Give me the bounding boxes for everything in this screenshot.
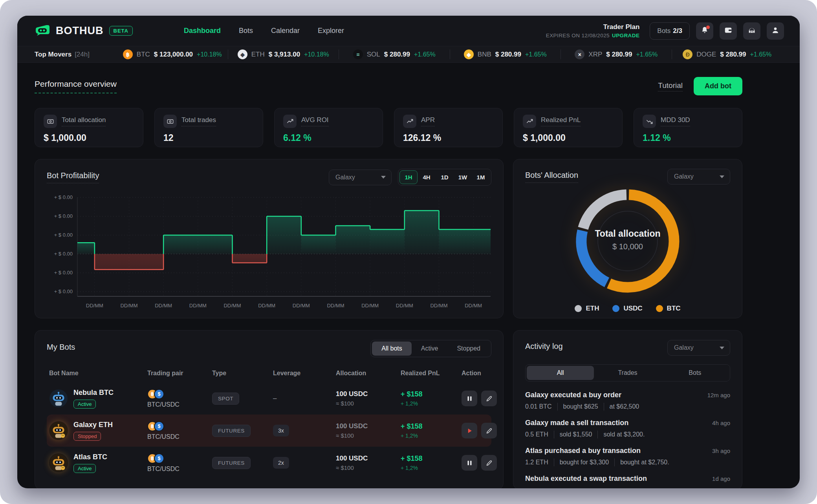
coin-change: +10.18% (304, 51, 329, 58)
edit-button[interactable] (481, 455, 497, 471)
legend-item-eth: ETH (575, 305, 599, 312)
nav-item-bots[interactable]: Bots (239, 27, 253, 35)
pause-button[interactable] (462, 455, 477, 471)
bot-row-atlas-btc[interactable]: Atlas BTCActive฿$BTC/USDCFUTURES2x100 US… (47, 447, 491, 479)
bots-tab-active[interactable]: Active (412, 341, 448, 356)
type-cell: SPOT (212, 393, 273, 405)
pnl-percent: + 1,2% (401, 465, 462, 471)
allocation-value: 100 USDC (336, 422, 401, 430)
sol-coin-icon: ≡ (353, 49, 363, 59)
upgrade-link[interactable]: UPGRADE (612, 33, 639, 38)
activity-tab-all[interactable]: All (527, 366, 594, 380)
support-button[interactable] (743, 22, 760, 40)
allocation-value: 100 USDC (336, 390, 401, 398)
main-nav: DashboardBotsCalendarExplorer (184, 27, 344, 35)
chevron-down-icon (720, 175, 724, 178)
actions-cell (462, 391, 497, 406)
plan-info: Trader Plan EXPIRES ON 12/08/2025UPGRADE (546, 23, 640, 38)
coin-change: +1.65% (750, 51, 772, 58)
coin-change: +1.65% (636, 51, 658, 58)
bot-name-cell: Atlas BTCActive (49, 453, 147, 473)
pnl-value: + $158 (401, 422, 462, 431)
bot-row-nebula-btc[interactable]: Nebula BTCActive฿$BTC/USDCSPOT–100 USDC≈… (47, 382, 491, 415)
activity-filter-value: Galaxy (674, 344, 694, 351)
bot-profitability-panel: Bot Profitability Galaxy 1H4H1D1W1M + $ … (35, 159, 504, 318)
cash-icon (163, 115, 177, 128)
activity-tab-trades[interactable]: Trades (594, 366, 661, 380)
add-bot-button[interactable]: Add bot (694, 77, 742, 95)
entry-details: 0.01 BTCbought $625at $62,500 (525, 403, 730, 411)
profile-button[interactable] (767, 22, 784, 40)
allocation-donut-chart (565, 178, 691, 304)
entry-title: Galaxy made a sell transaction (525, 419, 628, 427)
edit-button[interactable] (481, 423, 497, 438)
timeframe-1w[interactable]: 1W (454, 170, 472, 184)
svg-text:DD/MM: DD/MM (361, 303, 379, 309)
pair-label: BTC/USDC (147, 401, 212, 408)
play-button[interactable] (462, 423, 477, 438)
bot-row-galaxy-eth[interactable]: Galaxy ETHStopped฿$BTC/USDCFUTURES3x100 … (47, 415, 491, 447)
entry-time: 12m ago (707, 392, 730, 398)
profitability-bot-filter[interactable]: Galaxy (329, 170, 392, 185)
svg-text:+ $ 0.00: + $ 0.00 (54, 289, 73, 294)
activity-tab-bots[interactable]: Bots (661, 366, 729, 380)
svg-text:DD/MM: DD/MM (155, 303, 172, 309)
leverage-value: – (273, 394, 277, 402)
coin-symbol: ETH (251, 51, 265, 58)
timeframe-1d[interactable]: 1D (436, 170, 454, 184)
activity-bot-filter[interactable]: Galaxy (667, 340, 730, 356)
pause-button[interactable] (462, 391, 477, 406)
allocation-value: 100 USDC (336, 455, 401, 462)
svg-text:DD/MM: DD/MM (327, 303, 344, 309)
coin-symbol: BTC (137, 51, 150, 58)
top-movers-label: Top Movers [24h] (35, 51, 117, 58)
bots-counter-label: Bots (657, 27, 670, 35)
coin-change: +1.65% (414, 51, 436, 58)
trading-pair-cell: ฿$BTC/USDC (147, 453, 212, 473)
timeframe-1m[interactable]: 1M (472, 170, 490, 184)
wallet-icon (724, 26, 733, 36)
my-bots-panel: My Bots All botsActiveStopped Bot NameTr… (35, 330, 504, 488)
coin-symbol: SOL (367, 51, 380, 58)
actions-cell (462, 423, 497, 438)
profitability-chart: + $ 0.00+ $ 0.00+ $ 0.00+ $ 0.00+ $ 0.00… (47, 191, 492, 314)
timeframe-group: 1H4H1D1W1M (398, 169, 491, 186)
notification-dot (706, 26, 710, 29)
timeframe-4h[interactable]: 4H (418, 170, 436, 184)
ticker-coins: ฿BTC$ 123,000.00+10.18%◆ETH$ 3,913.00+10… (117, 49, 782, 59)
bots-tab-stopped[interactable]: Stopped (447, 341, 490, 356)
legend-dot (575, 305, 582, 312)
column-header: Type (212, 370, 273, 377)
bots-counter[interactable]: Bots2/3 (650, 22, 690, 40)
legend-label: ETH (586, 305, 599, 312)
top-movers-bar: Top Movers [24h] ฿BTC$ 123,000.00+10.18%… (17, 46, 800, 63)
stat-value: 12 (163, 133, 254, 143)
stat-label: Total allocation (62, 116, 106, 126)
nav-item-explorer[interactable]: Explorer (318, 27, 344, 35)
plan-expiry-text: EXPIRES ON 12/08/2025 (546, 33, 610, 38)
column-header: Bot Name (49, 370, 147, 377)
entry-details: 1.2 ETHbought for $3,300bought at $2,750… (525, 458, 730, 466)
leverage-cell: 3x (273, 425, 336, 436)
notifications-button[interactable] (696, 22, 713, 40)
svg-text:DD/MM: DD/MM (465, 303, 482, 309)
timeframe-1h[interactable]: 1H (399, 170, 418, 184)
edit-button[interactable] (481, 391, 497, 406)
chevron-down-icon (381, 176, 386, 179)
stat-card-realized-pnl: Realized PnL$ 1,000.00 (514, 108, 623, 147)
nav-item-dashboard[interactable]: Dashboard (184, 27, 221, 35)
tutorial-link[interactable]: Tutorial (658, 81, 683, 91)
actions-cell (462, 455, 497, 471)
app-window: BOTHUB BETA DashboardBotsCalendarExplore… (17, 16, 800, 488)
header-right: Trader Plan EXPIRES ON 12/08/2025UPGRADE… (546, 22, 784, 40)
app-name: BOTHUB (56, 25, 104, 37)
ticker-coin-doge: ÐDOGE$ 280.99+1.65% (672, 49, 783, 59)
bots-tab-all-bots[interactable]: All bots (372, 341, 411, 356)
divider (557, 403, 558, 411)
nav-item-calendar[interactable]: Calendar (271, 27, 300, 35)
stat-value: $ 1,000.00 (523, 133, 614, 143)
wallet-button[interactable] (720, 22, 737, 40)
my-bots-title: My Bots (47, 343, 75, 354)
bot-avatar (49, 421, 68, 440)
entry-detail: bought at $2,750. (620, 459, 669, 466)
